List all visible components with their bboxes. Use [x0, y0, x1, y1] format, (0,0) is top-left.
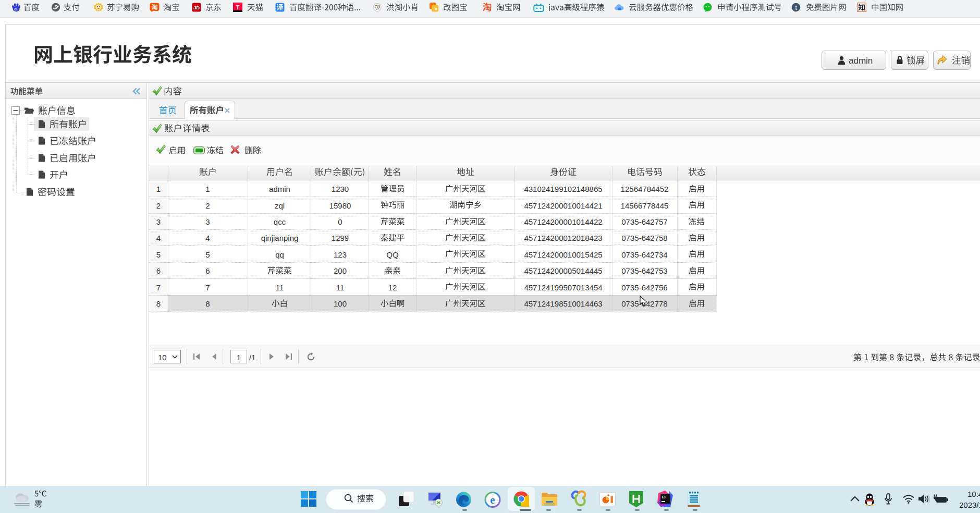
- svg-text:T: T: [236, 4, 240, 10]
- svg-text:e: e: [490, 494, 495, 506]
- svg-text:JD: JD: [193, 5, 200, 10]
- svg-text:IJ: IJ: [662, 495, 666, 499]
- svg-text:du: du: [14, 7, 18, 11]
